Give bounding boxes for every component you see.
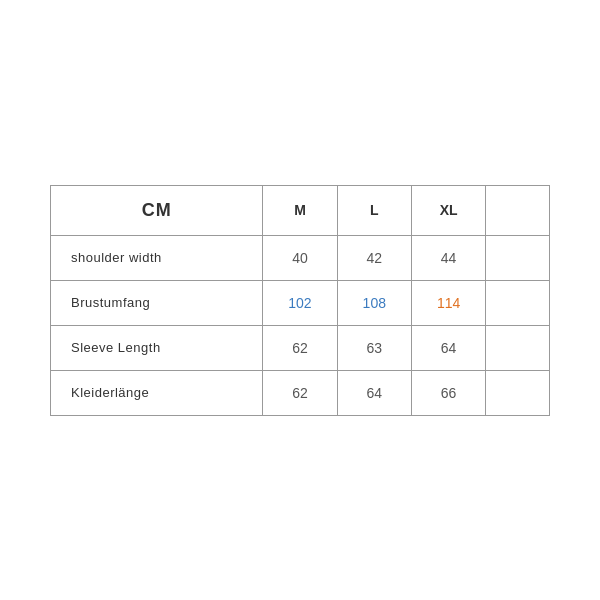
bust-m: 102 — [263, 280, 337, 325]
sleeve-l: 63 — [337, 325, 411, 370]
table-header-row: CM M L XL — [51, 185, 550, 235]
row-label-kleid: Kleiderlänge — [51, 370, 263, 415]
bust-xl: 114 — [411, 280, 485, 325]
sleeve-xl: 64 — [411, 325, 485, 370]
kleid-extra — [486, 370, 550, 415]
header-m: M — [263, 185, 337, 235]
bust-l: 108 — [337, 280, 411, 325]
table-row: Kleiderlänge 62 64 66 — [51, 370, 550, 415]
row-label-sleeve: Sleeve Length — [51, 325, 263, 370]
header-cm: CM — [51, 185, 263, 235]
sleeve-m: 62 — [263, 325, 337, 370]
row-label-bust: Brustumfang — [51, 280, 263, 325]
shoulder-xl: 44 — [411, 235, 485, 280]
table-row: Brustumfang 102 108 114 — [51, 280, 550, 325]
table-row: shoulder width 40 42 44 — [51, 235, 550, 280]
table-row: Sleeve Length 62 63 64 — [51, 325, 550, 370]
size-table: CM M L XL shoulder width 40 42 44 Brustu… — [50, 185, 550, 416]
shoulder-m: 40 — [263, 235, 337, 280]
kleid-m: 62 — [263, 370, 337, 415]
kleid-xl: 66 — [411, 370, 485, 415]
header-xl: XL — [411, 185, 485, 235]
header-extra — [486, 185, 550, 235]
shoulder-l: 42 — [337, 235, 411, 280]
sleeve-extra — [486, 325, 550, 370]
header-l: L — [337, 185, 411, 235]
row-label-shoulder: shoulder width — [51, 235, 263, 280]
shoulder-extra — [486, 235, 550, 280]
size-table-container: CM M L XL shoulder width 40 42 44 Brustu… — [50, 185, 550, 416]
kleid-l: 64 — [337, 370, 411, 415]
bust-extra — [486, 280, 550, 325]
